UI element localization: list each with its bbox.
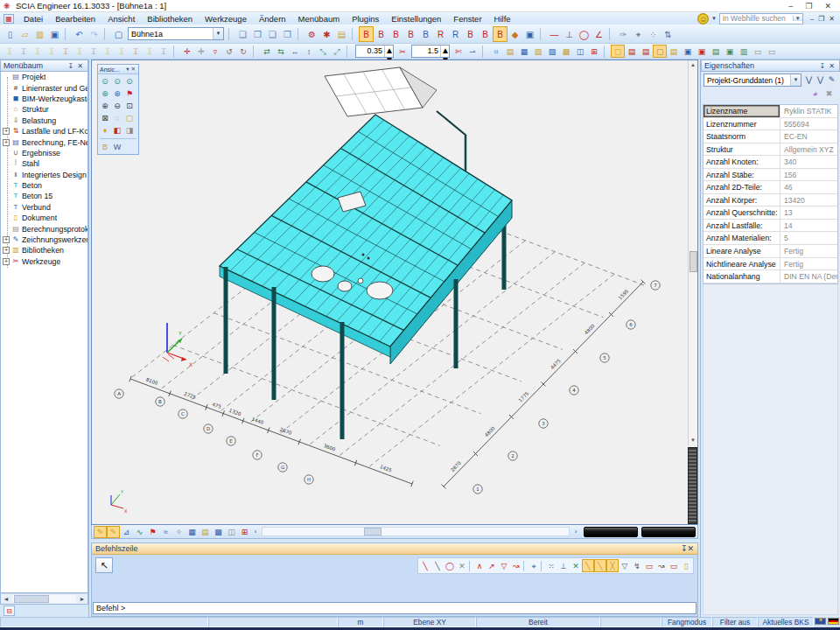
zoom-out-icon[interactable]: ⊖ bbox=[111, 100, 123, 112]
section-icon[interactable]: ⌶ bbox=[101, 45, 115, 58]
status-cell[interactable]: Filter aus bbox=[712, 617, 758, 627]
status-cell[interactable]: Aktuelles BKS bbox=[758, 617, 814, 627]
snap-cursor-icon[interactable]: ⌖ bbox=[528, 559, 540, 572]
sidebar-item-zeichnungswerkzeuge[interactable]: +✎Zeichnungswerkzeuge bbox=[1, 234, 88, 245]
raster-view-icon[interactable]: ⊞ bbox=[238, 526, 251, 538]
selection-filter-icon[interactable]: B bbox=[463, 26, 478, 42]
scale-factor-input[interactable]: 0.35▲▼ bbox=[355, 45, 394, 58]
send-picture-icon[interactable]: ❐ bbox=[280, 26, 295, 42]
help-icon[interactable]: ☺ bbox=[697, 13, 709, 24]
mirror-icon[interactable]: ↔ bbox=[288, 45, 302, 58]
grid-icon[interactable]: ▦ bbox=[186, 526, 199, 538]
view-flag-icon[interactable]: ▤ bbox=[667, 45, 681, 58]
undo-icon[interactable]: ↶ bbox=[72, 26, 87, 42]
view-flag-icon[interactable]: ▤ bbox=[709, 45, 723, 58]
support-icon[interactable]: ▿ bbox=[208, 45, 222, 58]
extend-icon[interactable]: ⇀ bbox=[466, 45, 480, 58]
view-flag-icon[interactable]: ▤ bbox=[639, 45, 653, 58]
save-icon[interactable]: ▣ bbox=[47, 26, 62, 42]
sidebar-item-bibliotheken[interactable]: +▥Bibliotheken bbox=[1, 245, 88, 256]
tree-horizontal-scrollbar[interactable]: ◄ ► bbox=[0, 593, 88, 605]
property-value[interactable]: Allgemein XYZ bbox=[780, 144, 837, 156]
scroll-left-icon[interactable]: ‹ bbox=[251, 528, 260, 536]
clipping-box-icon[interactable]: ▢ bbox=[123, 112, 136, 124]
render-surface-icon[interactable]: ◨ bbox=[123, 124, 136, 136]
close-icon[interactable]: ✕ bbox=[827, 62, 836, 70]
pin-icon[interactable]: ↧ bbox=[818, 62, 828, 70]
sidebar-item-berechnungsprotokoll[interactable]: ▤Berechnungsprotokoll bbox=[1, 223, 88, 234]
command-input[interactable] bbox=[93, 602, 696, 614]
scrollbar-thumb[interactable] bbox=[14, 595, 49, 603]
window-icon[interactable]: ◫ bbox=[225, 526, 238, 538]
sidebar-item-berechnung-fe-netz[interactable]: +▤Berechnung, FE-Netz bbox=[1, 136, 88, 147]
section-icon[interactable]: ⌶ bbox=[73, 45, 87, 58]
snap-curve-icon[interactable]: ↝ bbox=[510, 559, 522, 572]
snap-star-icon[interactable]: ✧ bbox=[172, 526, 186, 538]
snap-peak-icon[interactable]: ∧ bbox=[473, 559, 486, 572]
sidebar-item-lastfälle-und-lf-kombination[interactable]: +⇅Lastfälle und LF-Kombination bbox=[1, 126, 88, 136]
print-picture-icon[interactable]: ❐ bbox=[250, 26, 265, 42]
scia-menu-icon[interactable]: ▦ bbox=[4, 14, 14, 24]
raster-icon[interactable]: ⁘ bbox=[646, 26, 661, 42]
sidebar-item-struktur[interactable]: ⌂Struktur bbox=[1, 104, 88, 115]
section-icon[interactable]: ⌶ bbox=[59, 45, 73, 58]
model-viewport[interactable]: ABCDEFGH1234567 bbox=[91, 60, 698, 525]
sidebar-item-werkzeuge[interactable]: +✂Werkzeuge bbox=[1, 256, 88, 267]
close-icon[interactable]: ✕ bbox=[687, 544, 694, 553]
view-flag-icon[interactable]: ▭ bbox=[765, 45, 779, 58]
snap-box2-icon[interactable]: ▭ bbox=[668, 559, 680, 572]
menu-plugins[interactable]: Plugins bbox=[346, 13, 385, 24]
measure-icon[interactable]: ⌖ bbox=[631, 26, 646, 42]
selection-filter-icon[interactable]: B bbox=[403, 26, 418, 42]
trim-icon[interactable]: ✄ bbox=[452, 45, 466, 58]
cursor-select-icon[interactable]: ↖ bbox=[95, 557, 113, 573]
export-picture-icon[interactable]: ❏ bbox=[265, 26, 280, 42]
coordinate-icon[interactable]: ⇅ bbox=[661, 26, 676, 42]
snap-off-icon[interactable]: ✕ bbox=[456, 559, 468, 572]
node-snap-icon[interactable]: ✛ bbox=[194, 45, 208, 58]
line-icon[interactable]: — bbox=[547, 26, 562, 42]
array-icon[interactable]: ⤢ bbox=[330, 45, 344, 58]
light-icon[interactable]: ♦ bbox=[99, 124, 111, 136]
sidebar-item-dokument[interactable]: ▯Dokument bbox=[1, 213, 88, 223]
menu-men-baum[interactable]: Menübaum bbox=[292, 13, 346, 24]
selection-filter-icon[interactable]: B bbox=[374, 26, 388, 42]
document-icon[interactable]: ▤ bbox=[503, 45, 517, 58]
model-scene[interactable]: ABCDEFGH1234567 bbox=[92, 60, 699, 526]
selection-filter-icon[interactable]: ◆ bbox=[508, 26, 522, 42]
property-value[interactable]: 156 bbox=[780, 169, 837, 181]
scroll-up-icon[interactable]: ▲ bbox=[689, 60, 697, 70]
scroll-down-icon[interactable]: ▼ bbox=[689, 436, 697, 445]
stretch-icon[interactable]: ↕ bbox=[302, 45, 316, 58]
view-y-icon[interactable]: ⊙ bbox=[111, 75, 123, 88]
sidebar-item-integriertes-design-forms[interactable]: ‖Integriertes Design Forms bbox=[1, 170, 88, 180]
rotate-left-icon[interactable]: ↺ bbox=[222, 45, 236, 58]
edit-properties-icon[interactable]: ✎ bbox=[826, 74, 837, 87]
selection-filter-icon[interactable]: B bbox=[359, 26, 374, 42]
zoom-all-icon[interactable]: ⊠ bbox=[99, 112, 111, 124]
bks-icon[interactable]: B bbox=[99, 141, 111, 153]
sidebar-item-bim-werkzeugkasten[interactable]: ◼BIM-Werkzeugkasten bbox=[1, 94, 88, 104]
section-icon[interactable]: ⌶ bbox=[157, 45, 171, 58]
property-value[interactable]: Ryklin STATIK bbox=[780, 105, 837, 117]
snap-endpoint-icon[interactable]: ╲ bbox=[419, 559, 431, 572]
web-help-search[interactable]: In Webhilfe suchen ▼ bbox=[719, 13, 803, 24]
menu-bearbeiten[interactable]: Bearbeiten bbox=[49, 13, 102, 24]
document-icon[interactable]: ▦ bbox=[517, 45, 531, 58]
move-icon[interactable]: ⇄ bbox=[260, 45, 274, 58]
section-icon[interactable]: ⌶ bbox=[3, 45, 17, 58]
scroll-left-icon[interactable]: ◄ bbox=[1, 596, 11, 602]
snap-curve2-icon[interactable]: ↝ bbox=[655, 559, 668, 572]
view-flag-icon[interactable]: ▢ bbox=[653, 45, 667, 58]
angle-icon[interactable]: ∠ bbox=[592, 26, 606, 42]
menu-ansicht[interactable]: Ansicht bbox=[102, 13, 141, 24]
sidebar-item-projekt[interactable]: ▤Projekt bbox=[1, 72, 88, 82]
zoom-in-icon[interactable]: ⊕ bbox=[99, 100, 111, 112]
calculation-icon[interactable]: ⚙ bbox=[304, 26, 319, 42]
snap-flash-icon[interactable]: ↯ bbox=[631, 559, 643, 572]
menu-datei[interactable]: Datei bbox=[18, 13, 49, 24]
sidebar-item-beton[interactable]: TBeton bbox=[1, 180, 88, 191]
snap-green-icon[interactable]: ✕ bbox=[570, 559, 582, 572]
menu-bibliotheken[interactable]: Bibliotheken bbox=[141, 13, 199, 24]
mesh-icon[interactable]: ✱ bbox=[319, 26, 334, 42]
